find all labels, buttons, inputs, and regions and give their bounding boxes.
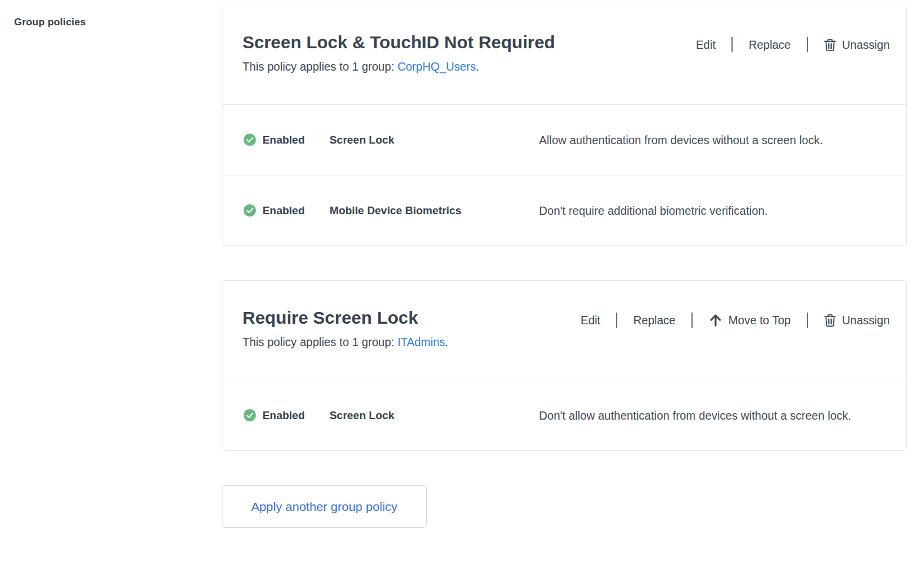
group-link-itadmins[interactable]: ITAdmins xyxy=(397,335,445,348)
setting-description: Allow authentication from devices withou… xyxy=(539,128,906,152)
trash-icon xyxy=(824,314,836,327)
status-label: Enabled xyxy=(262,409,305,422)
policy-setting-row-mobile-biometrics: Enabled Mobile Device Biometrics Don't r… xyxy=(222,175,906,245)
policy-title: Require Screen Lock xyxy=(242,308,448,327)
edit-action[interactable]: Edit xyxy=(581,314,601,327)
setting-description: Don't require additional biometric verif… xyxy=(539,199,906,222)
policy-title: Screen Lock & TouchID Not Required xyxy=(242,32,555,52)
applies-prefix: This policy applies to 1 group: xyxy=(242,335,397,348)
unassign-action[interactable]: Unassign xyxy=(824,314,890,327)
policy-card-screen-lock-touchid: Screen Lock & TouchID Not Required This … xyxy=(222,5,907,246)
replace-action[interactable]: Replace xyxy=(633,314,676,327)
check-circle-icon xyxy=(244,204,256,217)
group-policies-panel: Screen Lock & TouchID Not Required This … xyxy=(222,5,907,528)
policy-setting-row-screen-lock: Enabled Screen Lock Allow authentication… xyxy=(222,104,906,175)
check-circle-icon xyxy=(244,409,256,421)
check-circle-icon xyxy=(244,134,256,146)
setting-status: Enabled xyxy=(244,134,330,147)
action-separator xyxy=(616,313,617,328)
setting-description: Don't allow authentication from devices … xyxy=(539,404,906,427)
policy-setting-row-screen-lock: Enabled Screen Lock Don't allow authenti… xyxy=(222,380,906,450)
apply-group-policy-button[interactable]: Apply another group policy xyxy=(222,485,427,528)
group-policies-label: Group policies xyxy=(14,16,86,28)
policy-actions: Edit Replace Move to Top xyxy=(581,313,890,328)
applies-prefix: This policy applies to 1 group: xyxy=(242,60,397,73)
action-separator xyxy=(807,37,808,52)
unassign-label: Unassign xyxy=(842,314,890,327)
policy-header-text: Require Screen Lock This policy applies … xyxy=(242,308,448,349)
action-separator xyxy=(807,313,808,328)
unassign-label: Unassign xyxy=(842,38,890,52)
group-link-corphq-users[interactable]: CorpHQ_Users xyxy=(397,60,475,73)
policy-actions: Edit Replace Unassign xyxy=(696,37,890,52)
policy-header-text: Screen Lock & TouchID Not Required This … xyxy=(242,32,555,74)
setting-name: Mobile Device Biometrics xyxy=(330,204,539,217)
policy-applies-text: This policy applies to 1 group: ITAdmins… xyxy=(242,335,448,349)
setting-name: Screen Lock xyxy=(330,134,539,147)
edit-action[interactable]: Edit xyxy=(696,38,716,52)
policy-card-header: Require Screen Lock This policy applies … xyxy=(222,281,906,380)
applies-suffix: . xyxy=(476,60,479,73)
applies-suffix: . xyxy=(445,335,448,348)
setting-status: Enabled xyxy=(244,409,330,422)
arrow-up-icon xyxy=(709,313,723,327)
policy-card-require-screen-lock: Require Screen Lock This policy applies … xyxy=(222,280,907,451)
move-to-top-action[interactable]: Move to Top xyxy=(709,313,791,327)
unassign-action[interactable]: Unassign xyxy=(824,38,890,52)
trash-icon xyxy=(824,38,836,52)
status-label: Enabled xyxy=(262,134,305,147)
status-label: Enabled xyxy=(262,204,305,217)
policy-card-header: Screen Lock & TouchID Not Required This … xyxy=(222,5,906,104)
action-separator xyxy=(731,37,733,52)
action-separator xyxy=(691,313,693,328)
replace-action[interactable]: Replace xyxy=(749,38,791,52)
move-to-top-label: Move to Top xyxy=(729,314,791,327)
policy-applies-text: This policy applies to 1 group: CorpHQ_U… xyxy=(242,60,555,74)
setting-status: Enabled xyxy=(244,204,330,217)
setting-name: Screen Lock xyxy=(330,409,539,422)
